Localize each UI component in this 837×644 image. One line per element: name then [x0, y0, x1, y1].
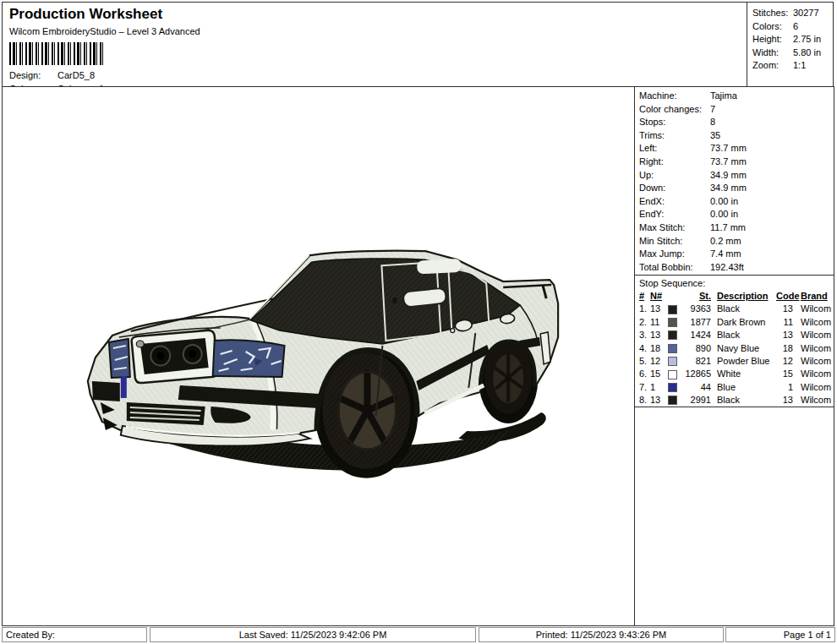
stat-label: Height: [752, 33, 793, 46]
machine-value: 73.7 mm [710, 156, 829, 169]
stop-sequence-header: # N# St. Description Code Brand [639, 290, 829, 303]
machine-info-box: Machine:Tajima Color changes:7 Stops:8 T… [634, 86, 834, 276]
footer-printed: Printed: 11/25/2023 9:43:26 PM [479, 627, 724, 642]
machine-value: 7 [710, 103, 829, 117]
design-preview-car [3, 87, 634, 625]
brand-badge [136, 341, 144, 347]
design-label: Design: [9, 68, 57, 82]
machine-value: 34.9 mm [710, 169, 829, 183]
machine-label: Left: [639, 142, 710, 156]
page-title: Production Worksheet [9, 5, 740, 24]
stop-row: 5.12821Powder Blue12Wilcom [639, 355, 829, 368]
col-brand: Brand [796, 290, 829, 303]
machine-label: Stops: [639, 116, 710, 129]
footer-page-number: Page 1 of 1 [725, 627, 835, 642]
stop-row: 7.144Blue1Wilcom [639, 381, 829, 394]
machine-label: Trims: [639, 129, 710, 143]
machine-label: Machine: [639, 90, 710, 103]
machine-value: 11.7 mm [710, 221, 829, 235]
col-num: # [639, 290, 650, 303]
machine-label: Color changes: [639, 103, 710, 117]
info-panel: Machine:Tajima Color changes:7 Stops:8 T… [634, 86, 834, 626]
stat-value: 2.75 in [793, 33, 828, 46]
notes-empty-box [634, 407, 834, 626]
stat-label: Stitches: [752, 7, 793, 20]
stop-row: 3.131424Black13Wilcom [639, 329, 829, 341]
stat-value: 30277 [793, 7, 828, 20]
stop-row: 8.132991Black13Wilcom [639, 394, 829, 407]
col-description: Description [714, 290, 776, 303]
machine-label: Total Bobbin: [639, 261, 710, 275]
machine-label: Up: [639, 169, 710, 183]
machine-value: 34.9 mm [710, 182, 829, 195]
machine-label: Down: [639, 182, 710, 195]
stat-label: Zoom: [752, 59, 793, 73]
machine-value: 73.7 mm [710, 142, 829, 156]
app-subtitle: Wilcom EmbroideryStudio – Level 3 Advanc… [9, 25, 740, 37]
door-keyhole [451, 329, 455, 333]
machine-value: 192.43ft [710, 261, 829, 275]
machine-value: Tajima [710, 90, 829, 103]
design-preview-canvas [2, 86, 635, 626]
machine-label: Max Stitch: [639, 221, 710, 235]
stat-value: 6 [793, 20, 828, 34]
thread-swatch [668, 330, 677, 340]
stop-row: 6.1512865White15Wilcom [639, 368, 829, 380]
footer-last-saved: Last Saved: 11/25/2023 9:42:06 PM [150, 627, 476, 642]
thread-swatch [668, 318, 677, 327]
stat-value: 5.80 in [793, 46, 828, 60]
footer-created-by: Created By: [2, 627, 147, 642]
production-worksheet-page: Production Worksheet Wilcom EmbroiderySt… [0, 0, 837, 644]
stat-label: Colors: [752, 20, 793, 34]
thread-swatch [668, 305, 677, 314]
machine-label: Max Jump: [639, 248, 710, 261]
col-stitches: St. [680, 290, 714, 303]
machine-label: EndX: [639, 195, 710, 209]
design-value: CarD5_8 [57, 68, 740, 82]
col-needle: N# [650, 290, 667, 303]
machine-label: EndY: [639, 208, 710, 221]
thread-swatch [668, 370, 677, 379]
license-accent [121, 376, 127, 398]
stop-row: 4.18890Navy Blue18Wilcom [639, 342, 829, 355]
stop-row: 2.111877Dark Brown11Wilcom [639, 316, 829, 329]
stop-sequence-title: Stop Sequence: [639, 277, 829, 290]
door-lock [392, 297, 397, 303]
bumper-band [92, 381, 120, 401]
machine-value: 7.4 mm [710, 248, 829, 261]
sun-visor [417, 259, 462, 275]
machine-value: 8 [710, 116, 829, 129]
thread-swatch [668, 383, 677, 392]
headlight-right [213, 340, 285, 377]
machine-label: Min Stitch: [639, 235, 710, 248]
machine-value: 35 [710, 129, 829, 143]
thread-swatch [668, 344, 677, 353]
machine-value: 0.00 in [710, 195, 829, 209]
col-code: Code [776, 290, 796, 303]
stop-row: 1.139363Black13Wilcom [639, 303, 829, 315]
machine-value: 0.2 mm [710, 235, 829, 248]
thread-swatch [668, 357, 677, 366]
machine-label: Right: [639, 156, 710, 169]
machine-value: 0.00 in [710, 208, 829, 221]
thread-swatch [668, 396, 677, 405]
stat-label: Width: [752, 46, 793, 60]
stop-sequence-box: Stop Sequence: # N# St. Description Code… [634, 275, 834, 407]
stat-value: 1:1 [793, 59, 828, 73]
design-stats-box: Stitches:30277 Colors:6 Height:2.75 in W… [747, 2, 834, 87]
header: Production Worksheet Wilcom EmbroiderySt… [2, 2, 747, 87]
barcode [9, 42, 104, 65]
